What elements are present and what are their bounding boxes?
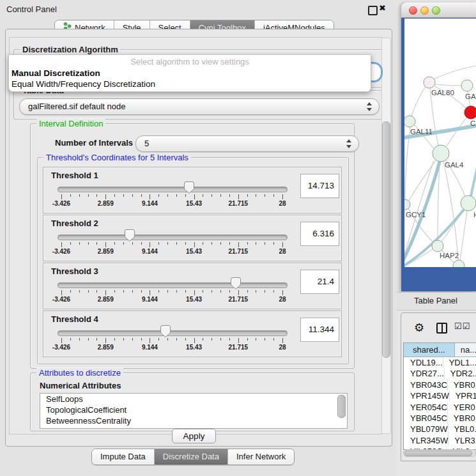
table-hscrollbar-thumb[interactable] [404,450,472,456]
gear-icon[interactable]: ⚙ [414,321,424,335]
table-column-header-1[interactable]: shared... [404,343,455,357]
threshold-slider-track[interactable] [58,234,288,240]
interval-definition-title: Interval Definition [36,119,105,128]
threshold-slider-handle[interactable] [160,325,171,337]
network-node-gcy1[interactable] [404,199,410,210]
table-cell[interactable]: YDL19... [404,357,443,368]
slider-tick [114,290,115,293]
table-cell[interactable]: YER0... [448,402,476,413]
slider-tick-label: 21.715 [229,344,249,351]
table-cell[interactable]: YLR3... [449,435,476,446]
interval-definition-group: Interval Definition Number of Intervals … [30,123,355,369]
network-canvas[interactable]: GAL80GACGAL11GAL4GCY1HHAP2 [404,19,476,267]
slider-tick [123,194,124,197]
network-node-c[interactable] [464,106,476,119]
threshold-slider-handle[interactable] [231,277,241,289]
table-hscrollbar-track[interactable] [403,449,476,457]
threshold-value-field[interactable]: 11.344 [300,318,339,342]
zoom-traffic-light[interactable] [432,6,440,15]
table-cell[interactable]: YBR0... [448,413,476,424]
threshold-slider-track[interactable] [58,330,288,336]
network-node-ga[interactable] [461,80,473,91]
network-node-gal80[interactable] [424,77,435,88]
network-edge[interactable] [460,211,467,260]
network-edge[interactable] [430,88,438,146]
minimize-traffic-light[interactable] [420,6,429,15]
table-data-combobox[interactable]: galFiltered.sif default node [19,98,380,115]
threshold-slider-track[interactable] [58,282,288,288]
apply-button[interactable]: Apply [172,429,216,443]
table-cell[interactable]: YBL079W [404,424,449,434]
network-node-h[interactable] [461,196,476,211]
table-row[interactable]: YDR27...YDR2... [404,368,476,379]
slider-tick [96,290,97,293]
tab-impute-data[interactable]: Impute Data [92,449,155,464]
column-layout-icon[interactable] [436,323,447,334]
network-node-gal4[interactable] [433,145,449,162]
table-cell[interactable]: YBR043C [404,380,448,390]
network-edge[interactable] [411,86,426,116]
tab-label: Impute Data [100,449,146,464]
table-cell[interactable]: YPR1... [450,390,476,401]
number-of-intervals-combobox[interactable]: 5 [135,135,359,152]
combobox-stepper-icon[interactable] [346,139,352,149]
network-edge[interactable] [438,162,440,240]
network-node-hap2[interactable] [432,240,443,252]
node-label: GCY1 [406,211,426,219]
network-node-gal11[interactable] [404,116,415,127]
select-columns-icon[interactable]: ☑☑ [454,321,470,331]
slider-tick-label: -3.426 [52,296,70,303]
table-cell[interactable]: YLR345W [404,435,449,446]
table-row[interactable]: YBR045CYBR0... [404,413,476,424]
attribute-item-selfloops[interactable]: SelfLoops [40,394,347,404]
threshold-value-field[interactable]: 21.4 [300,270,339,294]
float-window-icon[interactable] [368,6,378,15]
threshold-value-field[interactable]: 14.713 [300,174,339,198]
table-cell[interactable]: YBR045C [404,413,448,424]
list-scrollbar[interactable] [337,395,346,418]
slider-tick [150,338,150,343]
close-icon[interactable]: ✖ [379,3,386,13]
network-edge[interactable] [435,84,461,86]
table-row[interactable]: YBL079WYBL0... [404,424,476,434]
combobox-stepper-icon[interactable] [367,102,372,112]
threshold-slider-track[interactable] [58,187,288,192]
table-row[interactable]: YPR145WYPR1... [404,390,476,401]
table-cell[interactable]: YDR27... [404,368,445,379]
tab-infer-network[interactable]: Infer Network [228,449,294,464]
table-row[interactable]: YLR345WYLR3... [404,435,476,446]
table-row[interactable]: YER054CYER0... [404,402,476,413]
panel-scrollbar-thumb[interactable] [382,121,390,358]
attribute-item-betweennesscentrality[interactable]: BetweennessCentrality [40,415,347,426]
threshold-slider-handle[interactable] [184,181,194,194]
network-edge-thick[interactable] [471,162,476,196]
slider-tick-label: 21.715 [229,248,249,255]
table-cell[interactable]: YBR0... [448,380,476,390]
network-node[interactable] [453,260,464,267]
table-cell[interactable]: YER054C [404,402,448,413]
network-window-titlebar[interactable] [401,3,476,18]
attribute-item-topologicalcoefficient[interactable]: TopologicalCoefficient [40,404,347,415]
tab-discretize-data[interactable]: Discretize Data [155,449,228,464]
table-row[interactable]: YBR043CYBR0... [404,380,476,390]
table-cell[interactable]: YBL0... [449,424,476,434]
close-traffic-light[interactable] [409,6,417,15]
table-cell[interactable]: YPR145W [404,390,450,401]
dropdown-option-equal-width-frequency-discretization[interactable]: Equal Width/Frequency Discretization [12,79,155,89]
table-cell[interactable]: YDL1... [443,357,476,368]
slider-tick [229,242,230,245]
slider-tick [185,242,186,245]
table-cell[interactable]: YDR2... [445,368,476,379]
slider-tick [141,338,142,341]
slider-tick [61,194,62,199]
network-edge[interactable] [434,66,476,79]
table-column-header-2[interactable]: na... [455,343,476,357]
slider-tick [167,194,168,197]
network-view-window[interactable]: GAL80GACGAL11GAL4GCY1HHAP2 [401,3,476,291]
table-row[interactable]: YDL19...YDL1... [404,357,476,368]
threshold-slider-handle[interactable] [125,229,135,242]
dropdown-option-manual-discretization[interactable]: Manual Discretization [12,68,100,78]
threshold-value-field[interactable]: 6.316 [300,222,339,246]
node-label: GAL4 [445,161,464,169]
slider-tick [132,194,133,197]
